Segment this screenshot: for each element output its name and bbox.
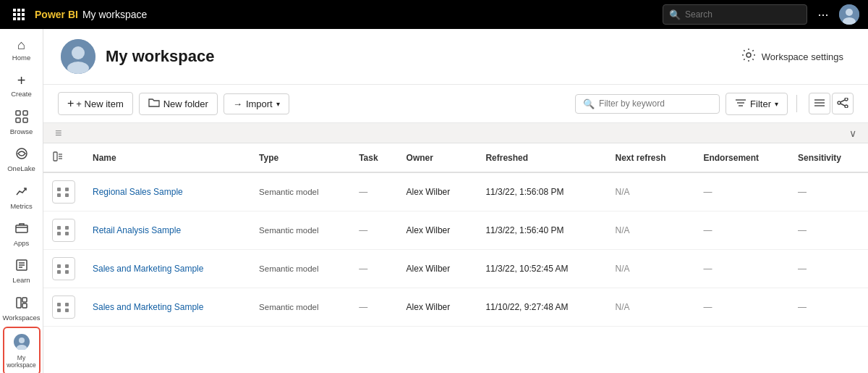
- filter-icon: [735, 98, 746, 110]
- sidebar-item-label: Workspaces: [2, 314, 40, 322]
- table-row: Sales and Marketing Sample Semantic mode…: [43, 288, 868, 327]
- row-type: Semantic model: [250, 172, 350, 211]
- sidebar-item-label: Learn: [12, 276, 30, 284]
- svg-line-38: [841, 100, 845, 102]
- row-icon-cell: [43, 250, 84, 288]
- col-refreshed-header: Refreshed: [477, 143, 606, 172]
- collapse-chevron-icon[interactable]: ∨: [849, 127, 856, 139]
- svg-rect-20: [22, 298, 27, 302]
- more-options-button[interactable]: ···: [813, 4, 833, 25]
- row-next-refresh: N/A: [606, 211, 694, 250]
- svg-rect-15: [23, 118, 27, 122]
- sidebar-item-workspaces[interactable]: Workspaces: [3, 290, 41, 326]
- keyword-filter-box[interactable]: 🔍: [575, 94, 720, 114]
- create-icon: +: [17, 73, 26, 88]
- sidebar-item-browse[interactable]: Browse: [3, 104, 41, 140]
- new-folder-label: New folder: [163, 99, 208, 109]
- row-icon-cell: [43, 288, 84, 327]
- col-task-header: Task: [350, 143, 397, 172]
- row-icon: [52, 219, 75, 242]
- table-row: Regional Sales Sample Semantic model — A…: [43, 172, 868, 211]
- col-owner-header: Owner: [398, 143, 477, 172]
- row-owner: Alex Wilber: [398, 172, 477, 211]
- brand-name: Power BI: [35, 9, 78, 20]
- row-owner: Alex Wilber: [398, 250, 477, 288]
- row-task: —: [350, 172, 397, 211]
- svg-rect-17: [16, 225, 27, 232]
- svg-rect-5: [22, 13, 25, 16]
- topbar: Power BI My workspace 🔍 ···: [0, 0, 868, 29]
- col-name-header: Name: [84, 143, 250, 172]
- new-folder-button[interactable]: New folder: [139, 93, 218, 115]
- row-icon: [52, 296, 75, 319]
- keyword-filter-input[interactable]: [599, 99, 700, 109]
- row-next-refresh: N/A: [606, 250, 694, 288]
- new-item-icon: +: [67, 97, 74, 110]
- share-view-button[interactable]: [832, 93, 854, 114]
- workspace-settings-label: Workspace settings: [762, 51, 843, 62]
- sidebar-item-home[interactable]: ⌂ Home: [3, 33, 41, 66]
- row-refreshed: 11/3/22, 1:56:40 PM: [477, 211, 606, 250]
- workspace-avatar: [61, 39, 95, 74]
- workspaces-icon: [15, 296, 28, 311]
- sidebar-item-metrics[interactable]: Metrics: [3, 179, 41, 214]
- row-name[interactable]: Regional Sales Sample: [84, 172, 250, 211]
- sidebar-item-learn[interactable]: Learn: [3, 253, 41, 288]
- row-name[interactable]: Sales and Marketing Sample: [84, 250, 250, 288]
- workspace-header: My workspace Workspace settings: [43, 29, 868, 85]
- sidebar-item-apps[interactable]: Apps: [3, 216, 41, 251]
- waffle-menu[interactable]: [9, 4, 29, 25]
- search-input[interactable]: [685, 9, 801, 20]
- new-item-button[interactable]: + + New item: [58, 92, 133, 115]
- row-task: —: [350, 288, 397, 327]
- svg-point-23: [19, 338, 25, 343]
- svg-rect-19: [17, 298, 21, 308]
- svg-rect-8: [22, 17, 25, 20]
- workspace-settings-button[interactable]: Workspace settings: [734, 43, 851, 70]
- row-icon-cell: [43, 172, 84, 211]
- svg-rect-6: [13, 17, 16, 20]
- share-view-icon: [837, 98, 848, 110]
- svg-point-36: [845, 98, 848, 101]
- sidebar-item-label: Myworkspace: [7, 354, 36, 369]
- svg-rect-2: [22, 9, 25, 12]
- dots-grid-icon: [57, 303, 70, 312]
- sidebar-item-label: Metrics: [10, 202, 33, 210]
- row-type: Semantic model: [250, 288, 350, 327]
- svg-rect-1: [17, 9, 20, 12]
- onelake-icon: [15, 147, 28, 162]
- row-name[interactable]: Sales and Marketing Sample: [84, 288, 250, 327]
- dots-grid-icon: [57, 264, 70, 274]
- import-button[interactable]: → Import ▾: [224, 93, 289, 114]
- row-endorsement: —: [694, 211, 789, 250]
- import-icon: →: [233, 99, 242, 109]
- new-item-label: + New item: [76, 99, 123, 109]
- gear-icon: [741, 48, 756, 66]
- row-refreshed: 11/10/22, 9:27:48 AM: [477, 288, 606, 327]
- keyword-search-icon: 🔍: [583, 99, 595, 109]
- col-next-refresh-header: Next refresh: [606, 143, 694, 172]
- sidebar: ⌂ Home + Create Browse: [0, 29, 43, 373]
- toolbar: + + New item New folder → Import ▾ 🔍: [43, 85, 868, 123]
- sidebar-item-myworkspace[interactable]: Myworkspace: [3, 327, 41, 373]
- row-sensitivity: —: [789, 172, 868, 211]
- row-next-refresh: N/A: [606, 288, 694, 327]
- col-sensitivity-header: Sensitivity: [789, 143, 868, 172]
- row-endorsement: —: [694, 250, 789, 288]
- main-layout: ⌂ Home + Create Browse: [0, 29, 868, 373]
- row-type: Semantic model: [250, 250, 350, 288]
- row-owner: Alex Wilber: [398, 288, 477, 327]
- list-view-button[interactable]: [809, 93, 830, 114]
- row-task: —: [350, 211, 397, 250]
- filter-button[interactable]: Filter ▾: [726, 93, 788, 115]
- avatar[interactable]: [839, 4, 859, 25]
- row-icon: [52, 257, 75, 280]
- row-owner: Alex Wilber: [398, 211, 477, 250]
- svg-rect-13: [23, 111, 27, 115]
- sidebar-item-create[interactable]: + Create: [3, 67, 41, 102]
- row-refreshed: 11/3/22, 10:52:45 AM: [477, 250, 606, 288]
- row-name[interactable]: Retail Analysis Sample: [84, 211, 250, 250]
- workspace-title: My workspace: [106, 47, 214, 66]
- topbar-search-box[interactable]: 🔍: [663, 4, 807, 25]
- sidebar-item-onelake[interactable]: OneLake: [3, 141, 41, 177]
